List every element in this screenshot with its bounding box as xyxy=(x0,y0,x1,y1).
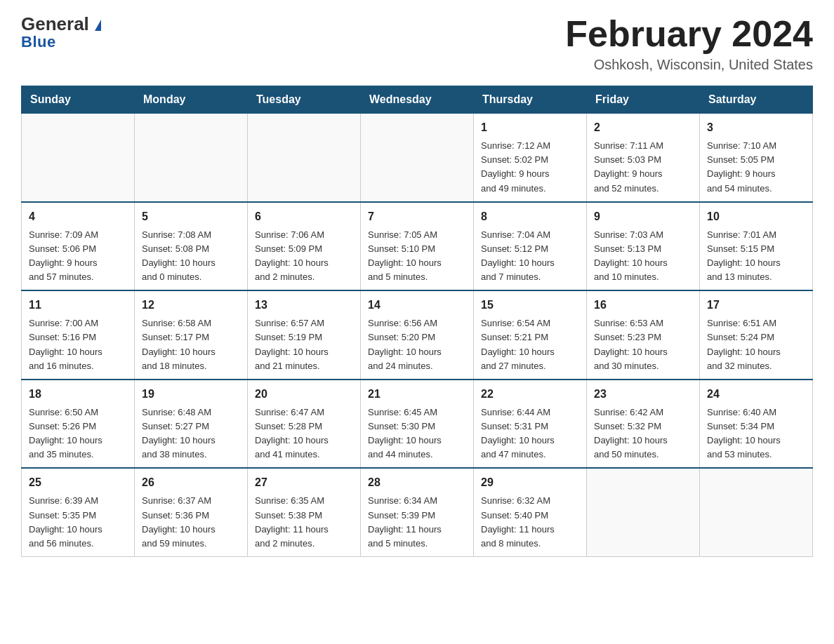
calendar-header-tuesday: Tuesday xyxy=(248,86,361,114)
calendar-cell: 29Sunrise: 6:32 AMSunset: 5:40 PMDayligh… xyxy=(474,468,587,556)
day-info: Sunrise: 6:50 AMSunset: 5:26 PMDaylight:… xyxy=(29,405,127,462)
day-number: 15 xyxy=(481,297,579,314)
calendar-header-saturday: Saturday xyxy=(700,86,813,114)
day-info: Sunrise: 7:12 AMSunset: 5:02 PMDaylight:… xyxy=(481,139,579,196)
calendar-cell: 20Sunrise: 6:47 AMSunset: 5:28 PMDayligh… xyxy=(248,380,361,469)
day-number: 9 xyxy=(594,208,692,225)
calendar-cell xyxy=(700,468,813,556)
day-info: Sunrise: 7:01 AMSunset: 5:15 PMDaylight:… xyxy=(707,228,805,285)
day-number: 28 xyxy=(368,474,466,491)
calendar-cell: 11Sunrise: 7:00 AMSunset: 5:16 PMDayligh… xyxy=(22,290,135,380)
day-number: 29 xyxy=(481,474,579,491)
day-number: 16 xyxy=(594,297,692,314)
day-number: 8 xyxy=(481,208,579,225)
calendar-cell xyxy=(135,114,248,202)
day-info: Sunrise: 7:00 AMSunset: 5:16 PMDaylight:… xyxy=(29,316,127,373)
day-info: Sunrise: 6:44 AMSunset: 5:31 PMDaylight:… xyxy=(481,405,579,462)
calendar-title: February 2024 xyxy=(565,14,813,54)
day-info: Sunrise: 7:05 AMSunset: 5:10 PMDaylight:… xyxy=(368,228,466,285)
calendar-cell: 28Sunrise: 6:34 AMSunset: 5:39 PMDayligh… xyxy=(361,468,474,556)
day-number: 4 xyxy=(29,208,127,225)
day-number: 5 xyxy=(142,208,240,225)
calendar-cell: 5Sunrise: 7:08 AMSunset: 5:08 PMDaylight… xyxy=(135,202,248,291)
day-info: Sunrise: 7:06 AMSunset: 5:09 PMDaylight:… xyxy=(255,228,353,285)
day-number: 23 xyxy=(594,386,692,403)
calendar-cell: 12Sunrise: 6:58 AMSunset: 5:17 PMDayligh… xyxy=(135,290,248,380)
logo-bottom: Blue xyxy=(21,33,56,51)
day-number: 18 xyxy=(29,386,127,403)
day-info: Sunrise: 6:42 AMSunset: 5:32 PMDaylight:… xyxy=(594,405,692,462)
calendar-header-monday: Monday xyxy=(135,86,248,114)
calendar-header-row: SundayMondayTuesdayWednesdayThursdayFrid… xyxy=(22,86,813,114)
day-info: Sunrise: 7:08 AMSunset: 5:08 PMDaylight:… xyxy=(142,228,240,285)
day-info: Sunrise: 7:09 AMSunset: 5:06 PMDaylight:… xyxy=(29,228,127,285)
calendar-cell: 9Sunrise: 7:03 AMSunset: 5:13 PMDaylight… xyxy=(587,202,700,291)
calendar-cell: 16Sunrise: 6:53 AMSunset: 5:23 PMDayligh… xyxy=(587,290,700,380)
calendar-cell: 15Sunrise: 6:54 AMSunset: 5:21 PMDayligh… xyxy=(474,290,587,380)
day-info: Sunrise: 6:54 AMSunset: 5:21 PMDaylight:… xyxy=(481,316,579,373)
day-info: Sunrise: 6:53 AMSunset: 5:23 PMDaylight:… xyxy=(594,316,692,373)
calendar-cell: 7Sunrise: 7:05 AMSunset: 5:10 PMDaylight… xyxy=(361,202,474,291)
day-number: 22 xyxy=(481,386,579,403)
calendar-header-sunday: Sunday xyxy=(22,86,135,114)
calendar-cell: 27Sunrise: 6:35 AMSunset: 5:38 PMDayligh… xyxy=(248,468,361,556)
day-info: Sunrise: 6:51 AMSunset: 5:24 PMDaylight:… xyxy=(707,316,805,373)
day-info: Sunrise: 6:56 AMSunset: 5:20 PMDaylight:… xyxy=(368,316,466,373)
calendar-header-thursday: Thursday xyxy=(474,86,587,114)
calendar-week-row: 18Sunrise: 6:50 AMSunset: 5:26 PMDayligh… xyxy=(22,380,813,469)
calendar-week-row: 25Sunrise: 6:39 AMSunset: 5:35 PMDayligh… xyxy=(22,468,813,556)
calendar-cell: 3Sunrise: 7:10 AMSunset: 5:05 PMDaylight… xyxy=(700,114,813,202)
calendar-cell: 22Sunrise: 6:44 AMSunset: 5:31 PMDayligh… xyxy=(474,380,587,469)
day-info: Sunrise: 6:40 AMSunset: 5:34 PMDaylight:… xyxy=(707,405,805,462)
calendar-cell xyxy=(248,114,361,202)
day-info: Sunrise: 7:11 AMSunset: 5:03 PMDaylight:… xyxy=(594,139,692,196)
calendar-cell xyxy=(361,114,474,202)
logo: General Blue xyxy=(21,14,101,51)
calendar-cell: 2Sunrise: 7:11 AMSunset: 5:03 PMDaylight… xyxy=(587,114,700,202)
calendar-header-friday: Friday xyxy=(587,86,700,114)
day-info: Sunrise: 7:03 AMSunset: 5:13 PMDaylight:… xyxy=(594,228,692,285)
day-number: 3 xyxy=(707,119,805,136)
calendar-week-row: 1Sunrise: 7:12 AMSunset: 5:02 PMDaylight… xyxy=(22,114,813,202)
day-info: Sunrise: 6:45 AMSunset: 5:30 PMDaylight:… xyxy=(368,405,466,462)
calendar-cell: 25Sunrise: 6:39 AMSunset: 5:35 PMDayligh… xyxy=(22,468,135,556)
day-number: 17 xyxy=(707,297,805,314)
day-number: 6 xyxy=(255,208,353,225)
day-info: Sunrise: 7:04 AMSunset: 5:12 PMDaylight:… xyxy=(481,228,579,285)
calendar-cell: 24Sunrise: 6:40 AMSunset: 5:34 PMDayligh… xyxy=(700,380,813,469)
day-info: Sunrise: 6:48 AMSunset: 5:27 PMDaylight:… xyxy=(142,405,240,462)
day-number: 12 xyxy=(142,297,240,314)
calendar-cell: 19Sunrise: 6:48 AMSunset: 5:27 PMDayligh… xyxy=(135,380,248,469)
day-info: Sunrise: 6:39 AMSunset: 5:35 PMDaylight:… xyxy=(29,494,127,551)
day-number: 11 xyxy=(29,297,127,314)
day-number: 19 xyxy=(142,386,240,403)
day-info: Sunrise: 6:37 AMSunset: 5:36 PMDaylight:… xyxy=(142,494,240,551)
day-info: Sunrise: 6:58 AMSunset: 5:17 PMDaylight:… xyxy=(142,316,240,373)
calendar-cell: 14Sunrise: 6:56 AMSunset: 5:20 PMDayligh… xyxy=(361,290,474,380)
day-info: Sunrise: 6:34 AMSunset: 5:39 PMDaylight:… xyxy=(368,494,466,551)
day-number: 2 xyxy=(594,119,692,136)
day-number: 20 xyxy=(255,386,353,403)
calendar-table: SundayMondayTuesdayWednesdayThursdayFrid… xyxy=(21,86,813,557)
calendar-week-row: 4Sunrise: 7:09 AMSunset: 5:06 PMDaylight… xyxy=(22,202,813,291)
day-info: Sunrise: 7:10 AMSunset: 5:05 PMDaylight:… xyxy=(707,139,805,196)
logo-top: General xyxy=(21,14,101,34)
logo-triangle-icon xyxy=(95,20,101,31)
day-info: Sunrise: 6:35 AMSunset: 5:38 PMDaylight:… xyxy=(255,494,353,551)
day-number: 27 xyxy=(255,474,353,491)
calendar-cell: 18Sunrise: 6:50 AMSunset: 5:26 PMDayligh… xyxy=(22,380,135,469)
day-number: 21 xyxy=(368,386,466,403)
calendar-cell: 13Sunrise: 6:57 AMSunset: 5:19 PMDayligh… xyxy=(248,290,361,380)
calendar-cell: 17Sunrise: 6:51 AMSunset: 5:24 PMDayligh… xyxy=(700,290,813,380)
calendar-cell: 1Sunrise: 7:12 AMSunset: 5:02 PMDaylight… xyxy=(474,114,587,202)
calendar-cell: 26Sunrise: 6:37 AMSunset: 5:36 PMDayligh… xyxy=(135,468,248,556)
title-block: February 2024 Oshkosh, Wisconsin, United… xyxy=(565,14,813,73)
day-number: 25 xyxy=(29,474,127,491)
day-number: 24 xyxy=(707,386,805,403)
calendar-cell xyxy=(22,114,135,202)
calendar-subtitle: Oshkosh, Wisconsin, United States xyxy=(565,57,813,73)
calendar-week-row: 11Sunrise: 7:00 AMSunset: 5:16 PMDayligh… xyxy=(22,290,813,380)
calendar-cell: 21Sunrise: 6:45 AMSunset: 5:30 PMDayligh… xyxy=(361,380,474,469)
calendar-cell xyxy=(587,468,700,556)
calendar-header-wednesday: Wednesday xyxy=(361,86,474,114)
